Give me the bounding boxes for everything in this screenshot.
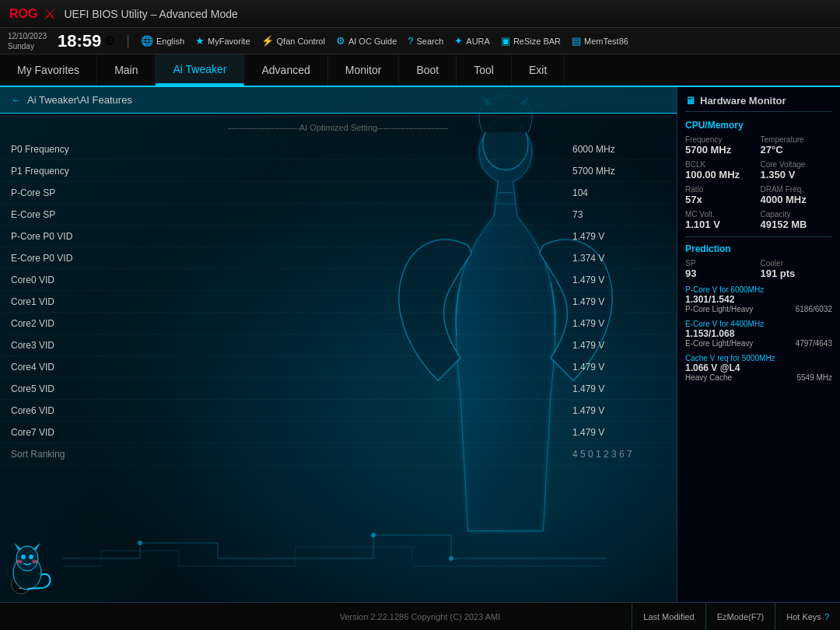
- rog-logo: ROG: [9, 7, 37, 21]
- setting-row[interactable]: Core2 VID1.479 V: [0, 313, 677, 334]
- svg-point-10: [16, 560, 23, 564]
- memtest-icon: ▤: [572, 35, 581, 47]
- nav-advanced[interactable]: Advanced: [244, 54, 327, 86]
- last-modified-button[interactable]: Last Modified: [632, 603, 705, 630]
- resize-icon: ▣: [501, 35, 510, 47]
- setting-row[interactable]: E-Core P0 VID1.374 V: [0, 247, 677, 269]
- time-display: 18:59 ⚙: [58, 31, 115, 51]
- rog-icon: ⚔: [44, 5, 56, 23]
- breadcrumb-text: Ai Tweaker\AI Features: [27, 94, 132, 106]
- setting-row[interactable]: Core1 VID1.479 V: [0, 291, 677, 313]
- core-voltage-cell: Core Voltage 1.350 V: [761, 160, 833, 180]
- nav-ai-tweaker[interactable]: Ai Tweaker: [156, 54, 244, 86]
- cpu-memory-section: CPU/Memory: [685, 120, 832, 131]
- setting-row[interactable]: Core0 VID1.479 V: [0, 269, 677, 291]
- settings-gear-icon[interactable]: ⚙: [104, 33, 115, 48]
- app-title: UEFI BIOS Utility – Advanced Mode: [64, 8, 237, 20]
- nav-tool[interactable]: Tool: [457, 54, 512, 86]
- favorite-icon: ★: [195, 35, 205, 47]
- setting-rows-container: P0 Frequency6000 MHzP1 Frequency5700 MHz…: [0, 138, 677, 465]
- toolbar-separator-1: |: [126, 33, 130, 49]
- prediction-section: Prediction: [685, 243, 832, 254]
- fan-icon: ⚡: [261, 35, 274, 47]
- nav-exit[interactable]: Exit: [512, 54, 565, 86]
- cpu-memory-grid: Frequency 5700 MHz Temperature 27°C BCLK…: [685, 135, 832, 230]
- ez-mode-button[interactable]: EzMode(F7): [705, 603, 775, 630]
- setting-row[interactable]: Core5 VID1.479 V: [0, 378, 677, 400]
- search-icon: ?: [408, 35, 413, 47]
- back-arrow-icon[interactable]: ←: [11, 94, 21, 106]
- mc-volt-cell: MC Volt. 1.101 V: [685, 210, 758, 230]
- hw-divider: [685, 236, 832, 237]
- monitor-icon: 🖥: [685, 95, 695, 107]
- setting-row[interactable]: P1 Frequency5700 MHz: [0, 160, 677, 182]
- setting-row[interactable]: Sort Ranking4 5 0 1 2 3 6 7: [0, 443, 677, 465]
- breadcrumb: ← Ai Tweaker\AI Features: [0, 87, 677, 114]
- date-display: 12/10/2023 Sunday: [8, 31, 47, 51]
- setting-row[interactable]: Core6 VID1.479 V: [0, 400, 677, 422]
- bclk-cell: BCLK 100.00 MHz: [685, 160, 758, 180]
- pcore-v-row: P-Core V for 6000MHz 1.301/1.542 P-Core …: [685, 285, 832, 313]
- toolbar-resizebar[interactable]: ▣ ReSize BAR: [501, 35, 561, 47]
- hw-monitor-title: 🖥 Hardware Monitor: [685, 95, 832, 112]
- sp-cell: SP 93: [685, 259, 758, 279]
- frequency-cell: Frequency 5700 MHz: [685, 135, 758, 156]
- main-content: ← Ai Tweaker\AI Features ---------------…: [0, 87, 840, 602]
- setting-row[interactable]: Core4 VID1.479 V: [0, 356, 677, 378]
- toolbar-search[interactable]: ? Search: [408, 35, 443, 47]
- aura-icon: ✦: [454, 35, 463, 47]
- nav-my-favorites[interactable]: My Favorites: [0, 54, 97, 86]
- setting-row[interactable]: E-Core SP73: [0, 204, 677, 226]
- nav-monitor[interactable]: Monitor: [328, 54, 400, 86]
- settings-content: ← Ai Tweaker\AI Features ---------------…: [0, 87, 677, 468]
- time-value: 18:59: [58, 31, 101, 51]
- ratio-cell: Ratio 57x: [685, 185, 758, 205]
- hardware-monitor-panel: 🖥 Hardware Monitor CPU/Memory Frequency …: [677, 87, 840, 602]
- capacity-cell: Capacity 49152 MB: [761, 210, 833, 230]
- toolbar-myfavorite[interactable]: ★ MyFavorite: [195, 35, 250, 47]
- main-nav: My Favorites Main Ai Tweaker Advanced Mo…: [0, 54, 840, 87]
- nav-boot[interactable]: Boot: [399, 54, 457, 86]
- toolbar-english[interactable]: 🌐 English: [141, 35, 184, 47]
- setting-row[interactable]: P-Core SP104: [0, 182, 677, 204]
- svg-point-11: [32, 560, 38, 564]
- cooler-cell: Cooler 191 pts: [761, 259, 833, 279]
- globe-icon: 🌐: [141, 35, 153, 47]
- left-panel: ← Ai Tweaker\AI Features ---------------…: [0, 87, 677, 602]
- setting-row[interactable]: Core3 VID1.479 V: [0, 334, 677, 356]
- setting-row[interactable]: P-Core P0 VID1.479 V: [0, 226, 677, 247]
- ecore-v-row: E-Core V for 4400MHz 1.153/1.068 E-Core …: [685, 320, 832, 348]
- svg-point-9: [29, 555, 33, 559]
- temperature-cell: Temperature 27°C: [761, 135, 833, 156]
- toolbar-qfan[interactable]: ⚡ Qfan Control: [261, 35, 325, 47]
- prediction-sp-cooler: SP 93 Cooler 191 pts: [685, 259, 832, 279]
- footer: Version 2.22.1286 Copyright (C) 2023 AMI…: [0, 602, 840, 630]
- toolbar-aioc[interactable]: ⚙ AI OC Guide: [336, 35, 397, 47]
- datetime-display: 12/10/2023 Sunday: [8, 31, 47, 51]
- setting-row[interactable]: Core7 VID1.479 V: [0, 422, 677, 443]
- setting-row[interactable]: P0 Frequency6000 MHz: [0, 138, 677, 160]
- nav-main[interactable]: Main: [97, 54, 156, 86]
- cache-v-row: Cache V req for 5000MHz 1.066 V @L4 Heav…: [685, 354, 832, 382]
- svg-point-8: [21, 555, 26, 559]
- title-bar: ROG ⚔ UEFI BIOS Utility – Advanced Mode: [0, 0, 840, 28]
- ai-setting-divider: -------------------------AI Optimized Se…: [0, 117, 677, 138]
- toolbar: 12/10/2023 Sunday 18:59 ⚙ | 🌐 English ★ …: [0, 28, 840, 54]
- mascot: [0, 540, 62, 602]
- toolbar-memtest[interactable]: ▤ MemTest86: [572, 35, 628, 47]
- question-icon: ?: [824, 612, 829, 621]
- ai-icon: ⚙: [336, 35, 345, 47]
- settings-table: -------------------------AI Optimized Se…: [0, 114, 677, 468]
- footer-actions: Last Modified EzMode(F7) Hot Keys ?: [632, 603, 840, 630]
- dram-freq-cell: DRAM Freq. 4000 MHz: [761, 185, 833, 205]
- toolbar-aura[interactable]: ✦ AURA: [454, 35, 490, 47]
- hot-keys-button[interactable]: Hot Keys ?: [775, 603, 840, 630]
